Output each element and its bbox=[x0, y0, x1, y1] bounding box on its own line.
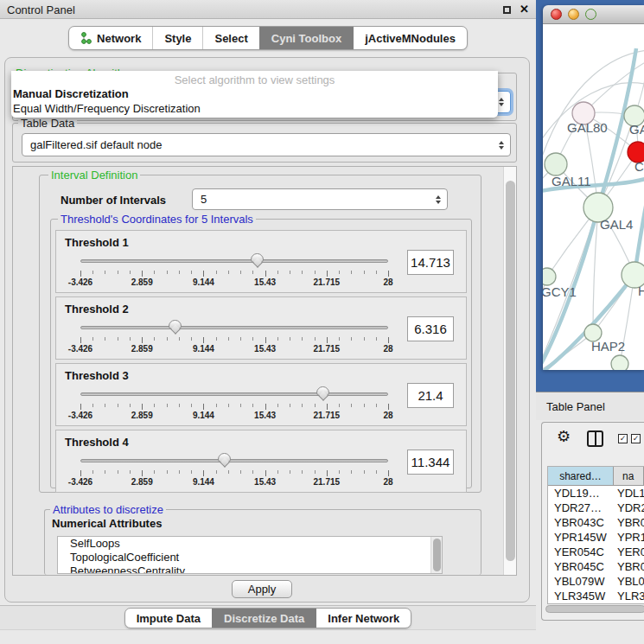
list-item[interactable]: TopologicalCoefficient bbox=[58, 551, 442, 564]
threshold-panel-3: Threshold 3-3.4262.8599.14415.4321.71528… bbox=[55, 363, 467, 426]
list-item[interactable]: BetweennessCentrality bbox=[58, 564, 442, 574]
apply-button[interactable]: Apply bbox=[232, 580, 292, 598]
column-header-shared-name[interactable]: shared… bbox=[548, 467, 614, 485]
tab-impute-data[interactable]: Impute Data bbox=[125, 609, 212, 628]
tab-cyni-toolbox[interactable]: Cyni Toolbox bbox=[259, 27, 353, 49]
tick-mark bbox=[216, 271, 217, 274]
tick-mark bbox=[265, 337, 266, 343]
table-row[interactable]: YDL19…YDL1 bbox=[548, 486, 644, 501]
tab-jactivemnodules[interactable]: jActiveMNodules bbox=[353, 27, 467, 49]
slider-thumb[interactable] bbox=[169, 320, 182, 335]
table-hscrollbar[interactable] bbox=[545, 604, 644, 614]
cell-shared-name[interactable]: YDR27… bbox=[548, 501, 614, 514]
slider-thumb[interactable] bbox=[251, 253, 264, 268]
column-header-name[interactable]: na bbox=[614, 467, 644, 485]
cell-name[interactable]: YBL0 bbox=[614, 575, 644, 588]
tick-mark bbox=[154, 337, 155, 341]
cell-shared-name[interactable]: YER054C bbox=[548, 545, 614, 558]
num-intervals-combobox[interactable]: 5 bbox=[192, 188, 448, 210]
table-row[interactable]: YDR27…YDR2 bbox=[548, 501, 644, 515]
tab-select[interactable]: Select bbox=[202, 27, 258, 49]
node-GAL11[interactable] bbox=[545, 153, 567, 175]
tick-mark bbox=[228, 271, 229, 274]
threshold-slider[interactable] bbox=[80, 322, 388, 335]
table-row[interactable]: YBR043CYBR0 bbox=[548, 515, 644, 530]
threshold-slider[interactable] bbox=[80, 388, 388, 402]
checkbox-icon[interactable]: ✓ bbox=[618, 434, 628, 443]
cell-shared-name[interactable]: YBR045C bbox=[548, 560, 614, 573]
threshold-slider[interactable] bbox=[80, 255, 388, 269]
float-window-icon[interactable] bbox=[503, 6, 511, 14]
slider-thumb[interactable] bbox=[316, 386, 329, 401]
tick-mark bbox=[364, 470, 365, 474]
algorithm-dropdown-popup: Select algorithm to view settings Manual… bbox=[11, 71, 498, 118]
tick-mark bbox=[315, 404, 316, 407]
close-traffic-icon[interactable] bbox=[551, 9, 562, 20]
list-scrollbar-thumb[interactable] bbox=[433, 539, 441, 571]
list-scrollbar[interactable] bbox=[430, 537, 442, 573]
cell-name[interactable]: YBR0 bbox=[614, 560, 644, 573]
slider-track[interactable] bbox=[80, 259, 388, 263]
node-unlabeled[interactable] bbox=[611, 355, 628, 370]
table-row[interactable]: YER054CYER0 bbox=[548, 545, 644, 559]
table-row[interactable]: YPR145WYPR1 bbox=[548, 530, 644, 545]
tick-mark bbox=[240, 271, 241, 274]
cell-name[interactable]: YDL1 bbox=[614, 487, 644, 500]
cell-name[interactable]: YDR2 bbox=[614, 501, 644, 514]
tab-discretize-data[interactable]: Discretize Data bbox=[212, 609, 316, 628]
node-GCY1[interactable] bbox=[543, 268, 556, 285]
list-item[interactable]: SelfLoops bbox=[58, 537, 442, 551]
close-icon[interactable]: ✕ bbox=[520, 3, 529, 16]
zoom-traffic-icon[interactable] bbox=[585, 9, 596, 20]
threshold-value-field[interactable]: 21.4 bbox=[407, 383, 454, 408]
tab-style[interactable]: Style bbox=[152, 27, 202, 49]
columns-icon[interactable] bbox=[587, 430, 603, 447]
slider-track[interactable] bbox=[80, 326, 388, 329]
checkbox-icon[interactable]: ✓ bbox=[631, 434, 641, 443]
tick-mark bbox=[179, 470, 180, 474]
threshold-panel-1: Threshold 1-3.4262.8599.14415.4321.71528… bbox=[55, 230, 467, 293]
table-row[interactable]: YBL079WYBL0 bbox=[548, 574, 644, 589]
cell-shared-name[interactable]: YBR043C bbox=[548, 516, 614, 529]
cell-name[interactable]: YER0 bbox=[614, 545, 644, 558]
scale-label: 21.715 bbox=[314, 411, 341, 420]
tick-mark bbox=[277, 337, 278, 341]
tick-mark bbox=[142, 337, 143, 343]
cell-shared-name[interactable]: YLR345W bbox=[548, 590, 614, 603]
network-window-titlebar[interactable] bbox=[543, 5, 644, 24]
table-row[interactable]: YLR345WYLR3 bbox=[548, 589, 644, 603]
gear-icon[interactable]: ⚙ bbox=[557, 429, 571, 444]
table-data-selected: galFiltered.sif default node bbox=[30, 138, 162, 151]
threshold-value-field[interactable]: 14.713 bbox=[407, 250, 454, 275]
cell-shared-name[interactable]: YPR145W bbox=[548, 531, 614, 544]
algorithm-option-equal-width[interactable]: Equal Width/Frequency Discretization bbox=[11, 101, 498, 116]
cell-shared-name[interactable]: YDL19… bbox=[548, 487, 614, 500]
tab-network[interactable]: Network bbox=[69, 27, 152, 49]
network-graph[interactable]: GAL80GACGAL11GAL4GCY1HHAP2 bbox=[543, 24, 644, 370]
minimize-traffic-icon[interactable] bbox=[568, 9, 579, 20]
algorithm-option-manual[interactable]: Manual Discretization bbox=[11, 86, 498, 101]
settings-scrollbar[interactable] bbox=[503, 167, 516, 575]
threshold-slider[interactable] bbox=[80, 455, 388, 469]
table-hscrollbar-thumb[interactable] bbox=[545, 605, 644, 613]
slider-track[interactable] bbox=[80, 459, 388, 462]
cell-name[interactable]: YBR0 bbox=[614, 516, 644, 529]
cell-shared-name[interactable]: YBL079W bbox=[548, 575, 614, 588]
tick-mark bbox=[252, 337, 253, 341]
settings-scrollbar-thumb[interactable] bbox=[506, 181, 515, 561]
table-header-row: shared… na bbox=[548, 467, 644, 486]
slider-thumb[interactable] bbox=[218, 453, 231, 468]
slider-track[interactable] bbox=[80, 392, 388, 396]
cell-name[interactable]: YPR1 bbox=[614, 531, 644, 544]
screen: Control Panel ✕ NetworkStyleSelectCyni T… bbox=[0, 0, 644, 644]
tab-infer-network[interactable]: Infer Network bbox=[316, 609, 411, 628]
threshold-value-field[interactable]: 11.344 bbox=[407, 450, 454, 475]
network-canvas[interactable]: GAL80GACGAL11GAL4GCY1HHAP2 bbox=[543, 24, 644, 370]
table-row[interactable]: YBR045CYBR0 bbox=[548, 559, 644, 574]
table-data-combobox[interactable]: galFiltered.sif default node bbox=[22, 133, 511, 156]
tick-mark bbox=[302, 470, 303, 474]
threshold-value-field[interactable]: 6.316 bbox=[407, 316, 454, 341]
cell-name[interactable]: YLR3 bbox=[614, 590, 644, 603]
slider-scale: -3.4262.8599.14415.4321.71528 bbox=[80, 277, 388, 288]
tick-mark bbox=[315, 271, 316, 274]
